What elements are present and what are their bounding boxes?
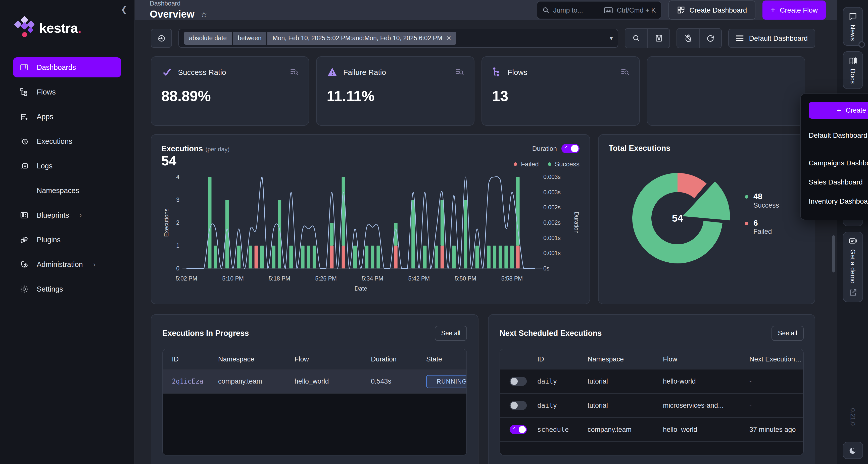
duration-cell: 0.543s [362, 377, 417, 385]
sidebar-item-settings[interactable]: Settings [13, 279, 121, 299]
list-search-icon[interactable] [455, 67, 464, 76]
table-header: IDNamespaceFlowNext Execution Date [500, 349, 803, 370]
filter-input[interactable]: absolute date between Mon, Feb 10, 2025 … [179, 29, 618, 48]
sidebar-collapse-icon[interactable]: ❮ [121, 5, 127, 14]
svg-text:5:18 PM: 5:18 PM [269, 275, 290, 282]
dropdown-item-default-dashboard[interactable]: Default Dashboard [809, 126, 868, 145]
legend-failed[interactable]: Failed [514, 160, 539, 168]
duration-toggle[interactable]: ✓ [561, 144, 580, 153]
table-row[interactable]: ✓ schedule company.team hello_world 37 m… [500, 418, 803, 442]
filter-search-icon[interactable] [625, 29, 648, 48]
duration-toggle-label: Duration [532, 145, 557, 152]
kestra-logo: kestra. [14, 17, 121, 39]
rail-tab-get-a-demo[interactable]: Get a demo [843, 232, 863, 302]
trigger-id[interactable]: schedule [528, 426, 579, 433]
favorite-star-icon[interactable]: ☆ [200, 10, 207, 19]
create-dashboard-button[interactable]: Create Dashboard [669, 0, 756, 20]
refresh-icon[interactable] [700, 29, 721, 48]
content: absolute date between Mon, Feb 10, 2025 … [135, 20, 837, 464]
flow-cell[interactable]: hello_world [654, 426, 740, 433]
rail-tab-docs[interactable]: Docs [843, 52, 863, 89]
list-search-icon[interactable] [289, 67, 299, 76]
filter-chip-type[interactable]: absolute date [184, 32, 232, 45]
chevron-right-icon: › [93, 261, 95, 268]
sidebar-item-apps[interactable]: Apps [13, 106, 121, 127]
card-value: 11.11% [327, 88, 464, 104]
sidebar-item-namespaces[interactable]: Namespaces [13, 181, 121, 200]
trigger-toggle[interactable]: ✓ [509, 425, 527, 434]
dropdown-item-sales-dashboard[interactable]: Sales Dashboard [809, 173, 868, 191]
theme-toggle-button[interactable] [843, 442, 863, 459]
svg-text:5:50 PM: 5:50 PM [455, 275, 476, 282]
create-new-dashboard-button[interactable]: + Create new dashboard [809, 102, 868, 119]
svg-text:2: 2 [176, 219, 180, 226]
flow-cell[interactable]: hello_world [285, 377, 362, 385]
filter-chip-operator[interactable]: between [233, 32, 267, 45]
chevron-down-icon[interactable]: ▾ [610, 35, 613, 42]
donut-legend-success[interactable]: 48 Success [745, 192, 779, 209]
rail-tab-news[interactable]: News [843, 7, 863, 46]
legend-success[interactable]: Success [548, 160, 580, 168]
sidebar-item-dashboards[interactable]: Dashboards [13, 57, 121, 78]
in-progress-see-all-button[interactable]: See all [435, 326, 467, 341]
kestra-logo-mark [14, 17, 34, 39]
svg-text:0.002s: 0.002s [543, 204, 561, 211]
table-row[interactable]: daily tutorial microservices-and... - [500, 394, 803, 418]
table-row[interactable]: daily tutorial hello-world - [500, 370, 803, 394]
scrollbar-thumb[interactable] [832, 235, 835, 273]
namespace-cell[interactable]: company.team [579, 426, 654, 433]
namespace-cell[interactable]: company.team [209, 377, 285, 385]
svg-text:5:58 PM: 5:58 PM [501, 275, 523, 282]
alarm-off-icon[interactable] [677, 29, 700, 48]
sidebar-item-blueprints[interactable]: Blueprints › [13, 205, 121, 225]
svg-text:5:10 PM: 5:10 PM [222, 275, 244, 282]
svg-text:0.003s: 0.003s [543, 174, 561, 180]
dropdown-item-inventory-dashboard[interactable]: Inventory Dashboard [809, 191, 868, 211]
create-flow-button[interactable]: + Create Flow [763, 0, 826, 20]
plugins-icon [19, 235, 29, 245]
executions-chart: 012340s0.001s0.001s0.002s0.002s0.003s0.0… [161, 172, 580, 291]
main-area: Dashboard Overview ☆ Jump to... Ctrl/Cmd… [135, 0, 837, 464]
dropdown-item-campaigns-dashboard[interactable]: Campaigns Dashboard [809, 153, 868, 173]
execution-id[interactable]: 2q1icEza [163, 377, 209, 385]
sidebar-item-logs[interactable]: Logs [13, 156, 121, 176]
dashboard-selector-button[interactable]: Default Dashboard [728, 29, 815, 48]
sidebar-item-flows[interactable]: Flows [13, 82, 121, 102]
chip-clear-icon[interactable]: ✕ [446, 35, 451, 42]
metric-cards: Success Ratio 88.89% Failure Ratio 11.11… [151, 56, 815, 126]
sidebar-item-executions[interactable]: Executions [13, 131, 121, 151]
filter-chip-value[interactable]: Mon, Feb 10, 2025 5:02 PM:and:Mon, Feb 1… [268, 32, 457, 45]
metric-card-failure-ratio: Failure Ratio 11.11% [316, 56, 474, 126]
flow-cell[interactable]: hello-world [654, 377, 740, 385]
trigger-id[interactable]: daily [528, 377, 579, 385]
list-search-icon[interactable] [620, 67, 629, 76]
jump-to-placeholder: Jump to... [553, 6, 583, 14]
svg-text:3: 3 [176, 196, 180, 203]
sidebar-item-administration[interactable]: Administration › [13, 254, 121, 275]
table-row[interactable]: 2q1icEza company.team hello_world 0.543s… [163, 370, 466, 394]
sidebar-nav: Dashboards Flows Apps Executions Logs Na… [13, 57, 121, 299]
trigger-toggle[interactable] [509, 377, 527, 386]
namespace-cell[interactable]: tutorial [579, 377, 654, 385]
donut-legend-failed[interactable]: 6 Failed [745, 218, 779, 235]
charts-row: Executions(per day) Duration ✓ 54 Failed… [151, 134, 815, 304]
scheduled-see-all-button[interactable]: See all [772, 326, 804, 341]
logs-icon [19, 161, 29, 171]
sidebar-item-label: Executions [37, 137, 72, 145]
scheduled-table: IDNamespaceFlowNext Execution Date daily… [500, 349, 804, 456]
filter-save-icon[interactable] [648, 29, 670, 48]
jump-to-search[interactable]: Jump to... Ctrl/Cmd + K [537, 1, 661, 19]
history-icon[interactable] [151, 29, 172, 48]
docs-icon [848, 57, 857, 66]
executions-panel: Executions(per day) Duration ✓ 54 Failed… [151, 134, 590, 304]
sidebar-item-plugins[interactable]: Plugins [13, 230, 121, 250]
trigger-toggle[interactable] [509, 401, 527, 410]
namespace-cell[interactable]: tutorial [579, 402, 654, 409]
scheduled-title: Next Scheduled Executions [500, 329, 602, 338]
executions-panel-title: Executions(per day) [161, 144, 229, 153]
svg-text:5:26 PM: 5:26 PM [315, 275, 337, 282]
flow-cell[interactable]: microservices-and... [654, 402, 740, 409]
sidebar-item-label: Apps [37, 113, 53, 121]
svg-text:0.003s: 0.003s [543, 189, 561, 195]
trigger-id[interactable]: daily [528, 402, 579, 409]
